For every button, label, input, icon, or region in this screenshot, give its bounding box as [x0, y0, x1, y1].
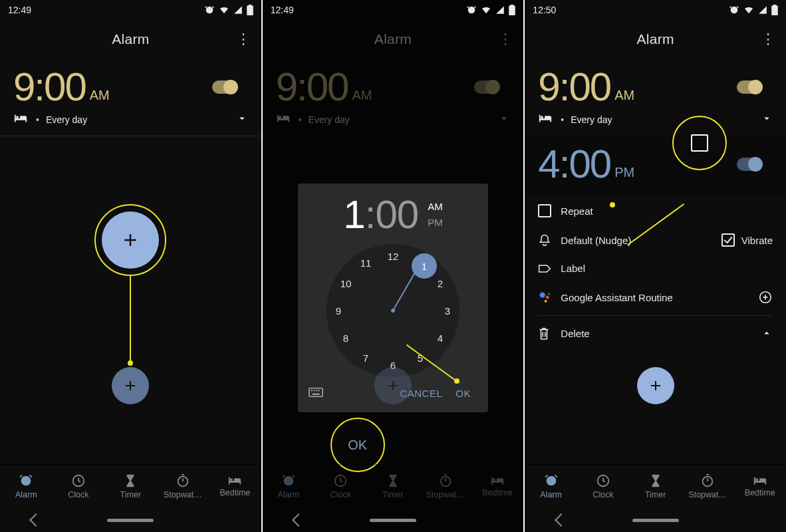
nav-home[interactable] — [632, 519, 679, 522]
trash-icon — [538, 327, 561, 340]
wifi-icon — [481, 5, 491, 15]
nav-back[interactable] — [29, 513, 43, 527]
tab-stopwatch[interactable]: Stopwat… — [157, 465, 209, 508]
am-option[interactable]: AM — [428, 199, 443, 215]
alarm-time[interactable]: 9:00 — [13, 64, 86, 110]
svg-point-22 — [755, 478, 758, 481]
clock-number[interactable]: 7 — [356, 348, 375, 367]
alarm-status-icon — [729, 5, 739, 15]
add-alarm-fab[interactable] — [112, 367, 149, 404]
tab-stopwatch[interactable]: Stopwat… — [682, 465, 734, 508]
bell-icon — [538, 233, 561, 247]
add-alarm-fab-large[interactable] — [102, 211, 159, 269]
chevron-down-icon[interactable] — [236, 112, 248, 126]
tab-bedtime[interactable]: Bedtime — [733, 465, 786, 508]
repeat-checkbox[interactable] — [538, 204, 561, 217]
repeat-row[interactable]: Repeat — [525, 196, 786, 225]
alarm-toggle[interactable] — [737, 80, 761, 94]
delete-row[interactable]: Delete — [525, 319, 786, 348]
battery-icon — [509, 5, 515, 15]
alarm-item: 9:00 AM • Every day — [263, 59, 524, 136]
alarm-toggle[interactable] — [737, 158, 761, 171]
alarm-item-1[interactable]: 9:00 AM • Every day — [525, 59, 786, 136]
nav-home[interactable] — [370, 519, 416, 522]
alarm-repeat: Every day — [309, 114, 350, 125]
clock-number[interactable]: 8 — [336, 329, 355, 347]
pm-option[interactable]: PM — [428, 215, 443, 231]
app-header: Alarm ⋮ — [525, 20, 786, 59]
add-alarm-fab[interactable] — [637, 367, 674, 404]
clock-number[interactable]: 4 — [431, 329, 450, 347]
status-bar: 12:49 — [0, 0, 261, 20]
clock-face[interactable]: 1 12234567891011 — [327, 244, 459, 377]
nav-home[interactable] — [107, 519, 154, 522]
add-routine-icon[interactable] — [758, 290, 773, 305]
content-area: 9:00 AM • Every day — [0, 59, 261, 464]
tab-timer[interactable]: Timer — [629, 465, 682, 508]
alarm-ampm: AM — [90, 88, 110, 103]
nav-back[interactable] — [292, 513, 305, 527]
bed-icon — [13, 113, 28, 126]
tab-alarm[interactable]: Alarm — [525, 465, 577, 508]
clock-number[interactable]: 11 — [356, 254, 375, 273]
picker-time-display[interactable]: 1:00 — [343, 192, 418, 237]
alarm-item-2[interactable]: 4:00 PM — [525, 136, 786, 196]
keyboard-icon[interactable] — [309, 387, 323, 400]
svg-point-13 — [493, 478, 495, 481]
more-icon[interactable]: ⋮ — [761, 32, 777, 47]
label-row[interactable]: Label — [525, 255, 786, 282]
more-icon[interactable]: ⋮ — [236, 32, 252, 47]
clock-number[interactable]: 9 — [329, 301, 348, 320]
clock-number[interactable]: 10 — [336, 274, 355, 293]
svg-rect-5 — [309, 388, 323, 396]
alarm-time[interactable]: 9:00 — [538, 64, 610, 110]
alarm-toggle[interactable] — [212, 80, 236, 94]
tab-alarm[interactable]: Alarm — [0, 465, 53, 508]
chevron-down-icon[interactable] — [761, 112, 773, 126]
alarm-status-icon — [466, 5, 477, 15]
battery-icon — [247, 5, 253, 15]
clock-number[interactable]: 2 — [431, 274, 450, 293]
tab-clock[interactable]: Clock — [577, 465, 630, 508]
ampm-selector[interactable]: AM PM — [428, 199, 443, 231]
status-time: 12:50 — [533, 5, 556, 15]
clock-number[interactable]: 3 — [438, 301, 457, 320]
bed-icon — [538, 113, 553, 126]
label-icon — [538, 263, 561, 274]
alarm-item[interactable]: 9:00 AM • Every day — [0, 59, 261, 136]
clock-number[interactable]: 5 — [411, 348, 430, 367]
svg-rect-10 — [313, 393, 320, 394]
status-time: 12:49 — [8, 5, 31, 15]
screen-1: 12:49 Alarm ⋮ 9:00 AM • Every day — [0, 0, 261, 532]
chevron-up-icon[interactable] — [761, 327, 773, 339]
tab-bedtime: Bedtime — [471, 465, 524, 508]
assistant-icon — [538, 291, 561, 304]
picker-hour[interactable]: 1 — [343, 192, 364, 237]
assistant-row[interactable]: Google Assistant Routine — [525, 282, 786, 313]
tab-clock: Clock — [315, 465, 367, 508]
picker-minute[interactable]: 00 — [375, 192, 418, 237]
ok-button[interactable]: OK — [449, 382, 477, 404]
sound-row[interactable]: Default (Nudge) Vibrate — [525, 225, 786, 255]
alarm-time[interactable]: 4:00 — [538, 141, 610, 187]
repeat-label: Repeat — [561, 205, 592, 217]
more-icon[interactable]: ⋮ — [498, 32, 514, 47]
chevron-down-icon — [498, 112, 510, 126]
nav-back[interactable] — [555, 513, 568, 527]
svg-rect-9 — [319, 390, 320, 391]
svg-point-0 — [16, 116, 19, 118]
page-title: Alarm — [112, 31, 149, 47]
tab-timer[interactable]: Timer — [104, 465, 157, 508]
alarm-status-icon — [204, 5, 215, 15]
vibrate-checkbox[interactable] — [721, 233, 735, 247]
svg-point-14 — [541, 116, 543, 118]
page-title: Alarm — [374, 31, 412, 47]
tab-bedtime[interactable]: Bedtime — [209, 465, 261, 508]
screen-2: 12:49 Alarm ⋮ 9:00 AM • Every day — [263, 0, 524, 532]
clock-number[interactable]: 12 — [384, 247, 402, 265]
system-nav — [525, 508, 786, 532]
screen-3: 12:50 Alarm ⋮ 9:00 AM • Every day — [525, 0, 786, 532]
battery-icon — [771, 5, 778, 15]
tab-clock[interactable]: Clock — [53, 465, 105, 508]
sound-label: Default (Nudge) — [561, 235, 631, 246]
